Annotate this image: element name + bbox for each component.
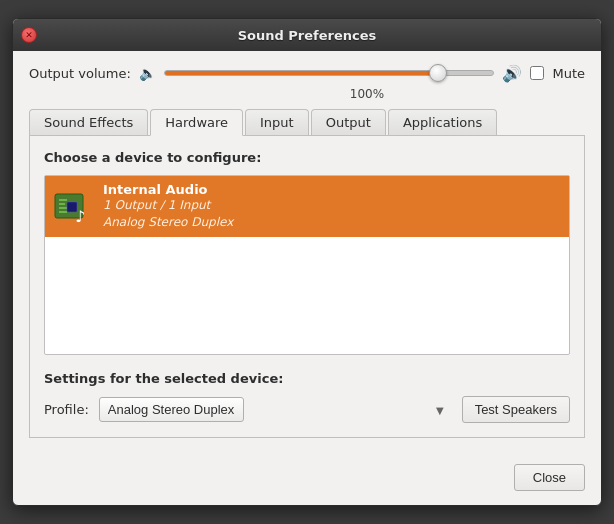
profile-select-wrapper: Analog Stereo Duplex Analog Stereo Outpu… (99, 397, 452, 422)
select-arrow-icon: ▼ (436, 404, 444, 415)
volume-slider-thumb (429, 64, 447, 82)
footer: Close (13, 454, 601, 505)
profile-row: Profile: Analog Stereo Duplex Analog Ste… (44, 396, 570, 423)
device-name: Internal Audio (103, 182, 561, 197)
tab-input[interactable]: Input (245, 109, 309, 135)
settings-title: Settings for the selected device: (44, 371, 570, 386)
internal-audio-icon: ♪ (53, 186, 93, 226)
device-item-internal-audio[interactable]: ♪ Internal Audio 1 Output / 1 Input Anal… (45, 176, 569, 237)
choose-device-title: Choose a device to configure: (44, 150, 570, 165)
profile-label: Profile: (44, 402, 89, 417)
volume-low-icon: 🔈 (139, 65, 156, 81)
window-close-button[interactable]: ✕ (21, 27, 37, 43)
sound-preferences-window: ✕ Sound Preferences Output volume: 🔈 🔊 M… (12, 18, 602, 506)
hardware-panel: Choose a device to configure: (29, 136, 585, 438)
titlebar: ✕ Sound Preferences (13, 19, 601, 51)
volume-row: Output volume: 🔈 🔊 Mute (29, 63, 585, 83)
device-icon: ♪ (53, 186, 93, 226)
tabs-bar: Sound Effects Hardware Input Output Appl… (29, 109, 585, 136)
tab-applications[interactable]: Applications (388, 109, 497, 135)
volume-slider-track (164, 70, 495, 76)
device-line1: 1 Output / 1 Input (103, 197, 561, 214)
volume-percent: 100% (149, 87, 585, 101)
test-speakers-button[interactable]: Test Speakers (462, 396, 570, 423)
device-list[interactable]: ♪ Internal Audio 1 Output / 1 Input Anal… (44, 175, 570, 355)
window-content: Output volume: 🔈 🔊 Mute 100% Sound Effec… (13, 51, 601, 454)
profile-select[interactable]: Analog Stereo Duplex Analog Stereo Outpu… (99, 397, 244, 422)
tab-output[interactable]: Output (311, 109, 386, 135)
volume-slider-container[interactable] (164, 63, 495, 83)
tab-sound-effects[interactable]: Sound Effects (29, 109, 148, 135)
svg-text:♪: ♪ (75, 207, 85, 226)
close-icon: ✕ (25, 30, 33, 40)
close-button[interactable]: Close (514, 464, 585, 491)
tab-hardware[interactable]: Hardware (150, 109, 243, 136)
device-info: Internal Audio 1 Output / 1 Input Analog… (103, 182, 561, 231)
mute-label: Mute (552, 66, 585, 81)
mute-checkbox[interactable] (530, 66, 544, 80)
device-line2: Analog Stereo Duplex (103, 214, 561, 231)
volume-label: Output volume: (29, 66, 131, 81)
volume-high-icon: 🔊 (502, 64, 522, 83)
window-title: Sound Preferences (43, 28, 571, 43)
